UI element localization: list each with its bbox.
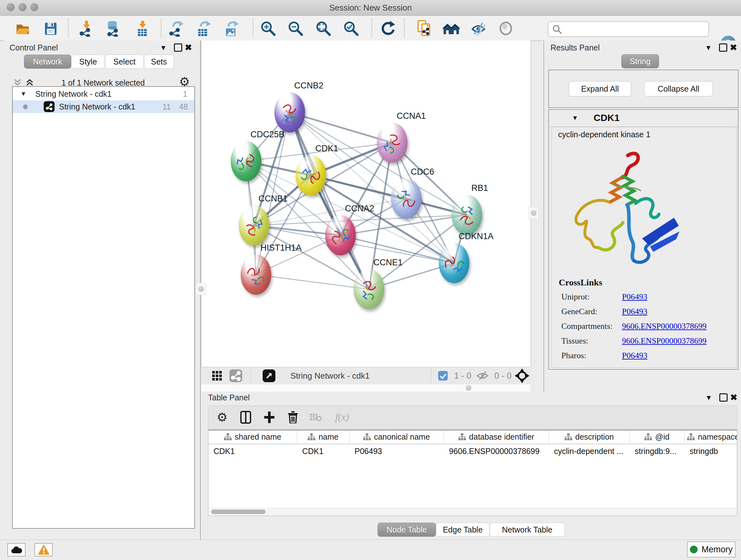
toolbar-separator [470,368,470,383]
table-horizontal-scrollbar[interactable] [209,508,737,515]
tab-network[interactable]: Network [24,55,71,69]
zoom-selected-icon[interactable] [341,19,360,38]
zoom-in-icon[interactable] [259,19,278,38]
import-network-from-file-icon[interactable] [77,19,96,38]
import-network-from-database-icon[interactable] [104,19,123,38]
network-node-CCNA2[interactable] [325,215,356,255]
grid-view-icon[interactable] [210,367,224,384]
open-session-icon[interactable] [13,19,32,38]
panel-float-icon[interactable] [174,44,182,52]
table-cell[interactable]: CDK1 [297,444,349,458]
network-canvas[interactable]: CCNB2 CCNA1 CDC25B CDK1 CDC6 [201,41,531,367]
import-table-from-file-icon[interactable] [133,19,152,38]
delete-column-icon[interactable] [285,406,301,429]
save-session-icon[interactable] [41,19,60,38]
search-input[interactable] [566,23,704,35]
network-status-dot [23,105,28,109]
memory-button[interactable]: Memory [687,542,736,557]
column-header-database-identifier[interactable]: database identifier [444,430,549,443]
warning-status-button[interactable] [35,543,53,557]
tab-edge-table[interactable]: Edge Table [436,523,489,537]
network-node-CCNA1[interactable] [377,123,408,163]
crosslink-value-link[interactable]: P06493 [622,307,647,316]
zoom-out-icon[interactable] [286,19,305,38]
cloud-status-button[interactable] [7,543,25,557]
table-cell[interactable]: stringdb:9... [630,444,684,458]
table-cell[interactable]: stringdb [684,444,737,458]
export-network-icon[interactable] [166,19,185,38]
hidden-eye-icon[interactable] [474,367,491,384]
splitter-handle[interactable] [196,283,206,295]
network-node-CDKN1A[interactable] [439,243,469,283]
export-table-icon[interactable] [194,19,213,38]
panel-close-icon[interactable]: ✖ [185,44,192,52]
panel-close-icon[interactable]: ✖ [730,393,738,402]
splitter-handle[interactable] [529,207,539,219]
panel-float-icon[interactable] [719,44,727,52]
panel-menu-icon[interactable]: ▼ [705,44,712,51]
zoom-fit-icon[interactable] [314,19,333,38]
crosslink-value-link[interactable]: P06493 [622,351,647,361]
export-image-icon[interactable] [221,19,241,38]
table-cell[interactable]: cyclin-dependent ... [549,444,630,458]
birdseye-navigator-icon[interactable] [514,367,530,384]
crosslink-value-link[interactable]: 9606.ENSP00000378699 [622,336,706,346]
network-node-CDC6[interactable] [391,179,421,219]
horizontal-splitter[interactable] [201,384,530,392]
column-header-description[interactable]: description [549,430,630,443]
column-header-namespace[interactable]: namespace [684,430,737,443]
selected-checkbox-icon[interactable] [437,367,449,384]
expand-all-button[interactable]: Expand All [569,81,631,97]
create-column-icon[interactable] [261,406,277,429]
network-node-HIST1H1A[interactable] [241,254,271,295]
tab-select[interactable]: Select [105,55,144,69]
network-row-selected[interactable]: String Network - cdk1 11 48 [13,100,194,113]
network-node-CCNE1[interactable] [354,269,384,309]
clone-network-view-icon[interactable] [415,19,434,38]
collection-label: String Network - cdk1 [36,89,112,99]
show-hidden-items-icon[interactable] [496,19,515,38]
open-view-icon[interactable] [262,367,276,384]
network-node-CDK1[interactable] [295,155,326,195]
table-row[interactable]: CDK1CDK1P064939606.ENSP00000378699cyclin… [208,444,737,458]
network-label: String Network - cdk1 [59,102,135,111]
column-header-shared-name[interactable]: shared name [208,430,297,443]
tab-string[interactable]: String [621,54,659,68]
panel-menu-icon[interactable]: ▼ [160,44,167,51]
string-view-icon[interactable] [228,367,243,384]
tab-sets[interactable]: Sets [144,55,174,69]
column-header-name[interactable]: name [297,430,349,443]
table-cell[interactable]: P06493 [349,444,444,458]
crosslink-value-link[interactable]: P06493 [622,292,647,302]
show-all-networks-icon[interactable] [442,19,461,38]
crosslinks-title: CrossLinks [559,277,602,288]
panel-close-icon[interactable]: ✖ [730,44,737,52]
network-node-CCNB1[interactable] [239,205,269,246]
scrollbar-thumb[interactable] [211,509,266,514]
hide-selected-icon[interactable] [469,19,488,38]
collapse-all-button[interactable]: Collapse All [644,81,713,97]
network-node-RB1[interactable] [452,195,482,235]
panel-float-icon[interactable] [719,393,728,401]
column-header-canonical-name[interactable]: canonical name [349,430,444,443]
crosslink-value-link[interactable]: 9606.ENSP00000378699 [622,321,706,331]
node-label: CCNA1 [397,111,426,121]
delete-table-icon-disabled[interactable] [308,406,324,429]
tab-node-table[interactable]: Node Table [378,523,436,537]
table-options-gear-icon[interactable]: ⚙ [214,406,230,429]
panel-menu-icon[interactable]: ▼ [705,394,712,401]
tree-expand-icon[interactable]: ▼ [20,90,26,98]
function-builder-icon-disabled[interactable]: f(x) [331,406,353,429]
column-header--id[interactable]: @id [630,430,684,443]
table-cell[interactable]: CDK1 [208,444,297,458]
network-node-CDC25B[interactable] [231,141,261,181]
tab-network-table[interactable]: Network Table [489,523,565,537]
splitter-dot[interactable] [466,385,471,391]
section-collapse-icon[interactable]: ▼ [572,115,578,121]
refresh-view-icon[interactable] [379,19,398,38]
network-node-CCNB2[interactable] [274,92,305,132]
table-cell[interactable]: 9606.ENSP00000378699 [444,444,549,458]
tab-style[interactable]: Style [71,55,105,69]
show-columns-icon[interactable] [238,406,254,429]
network-collection-row[interactable]: ▼ String Network - cdk1 1 [13,87,194,100]
